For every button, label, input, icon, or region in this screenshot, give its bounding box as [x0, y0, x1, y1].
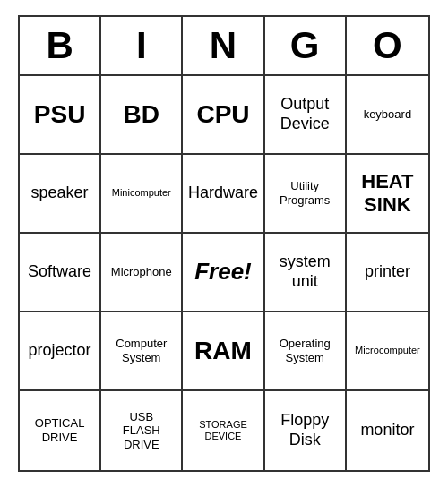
cell-r2-c1: Microphone: [101, 234, 183, 312]
cell-r3-c0: projector: [20, 312, 101, 391]
cell-r1-c4: HEATSINK: [347, 155, 428, 234]
header-letter: B: [20, 17, 101, 74]
cell-r0-c3: OutputDevice: [265, 76, 347, 155]
cell-r4-c2: STORAGEDEVICE: [183, 391, 264, 470]
bingo-card: BINGO PSUBDCPUOutputDevicekeyboardspeake…: [18, 15, 430, 472]
cell-r2-c4: printer: [347, 234, 428, 312]
header-letter: O: [347, 17, 428, 74]
cell-r1-c2: Hardware: [183, 155, 264, 234]
cell-r4-c0: OPTICALDRIVE: [20, 391, 101, 470]
cell-r4-c4: monitor: [347, 391, 428, 470]
cell-r2-c0: Software: [20, 234, 101, 312]
cell-r0-c1: BD: [101, 76, 183, 155]
cell-r1-c3: UtilityPrograms: [265, 155, 347, 234]
bingo-header: BINGO: [20, 17, 428, 76]
header-letter: I: [101, 17, 183, 74]
cell-r4-c1: USBFLASHDRIVE: [101, 391, 183, 470]
cell-r3-c1: ComputerSystem: [101, 312, 183, 391]
cell-r3-c2: RAM: [183, 312, 264, 391]
cell-r3-c3: OperatingSystem: [265, 312, 347, 391]
cell-r1-c1: Minicomputer: [101, 155, 183, 234]
cell-r2-c2: Free!: [183, 234, 264, 312]
header-letter: N: [183, 17, 264, 74]
cell-r0-c4: keyboard: [347, 76, 428, 155]
cell-r1-c0: speaker: [20, 155, 101, 234]
cell-r0-c0: PSU: [20, 76, 101, 155]
cell-r3-c4: Microcomputer: [347, 312, 428, 391]
cell-r4-c3: FloppyDisk: [265, 391, 347, 470]
cell-r0-c2: CPU: [183, 76, 264, 155]
header-letter: G: [265, 17, 347, 74]
cell-r2-c3: systemunit: [265, 234, 347, 312]
bingo-grid: PSUBDCPUOutputDevicekeyboardspeakerMinic…: [20, 76, 428, 470]
